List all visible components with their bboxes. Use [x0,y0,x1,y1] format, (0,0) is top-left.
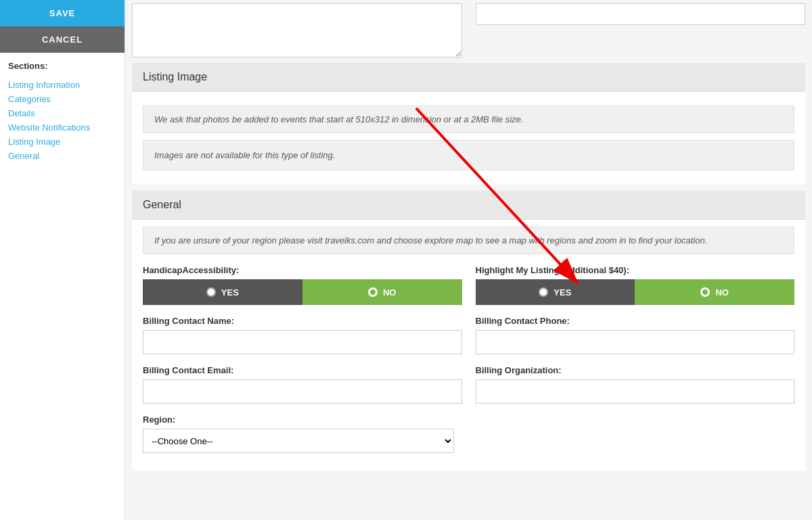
region-select[interactable]: --Choose One-- [143,429,454,453]
billing-name-input[interactable] [143,330,462,354]
billing-phone-col: Billing Contact Phone: [476,316,795,354]
general-section: General If you are unsure of your region… [132,191,805,471]
listing-image-title: Listing Image [132,63,805,92]
highlight-toggle[interactable]: YES NO [476,279,795,305]
listing-image-info: We ask that photos be added to events th… [143,105,794,133]
description-textarea[interactable] [132,3,462,57]
sidebar-navigation: Listing Information Categories Details W… [0,75,125,166]
save-button[interactable]: SAVE [0,0,125,26]
sections-wrapper: Listing Image We ask that photos be adde… [125,63,812,484]
main-content: Listing Image We ask that photos be adde… [125,0,812,498]
highlight-no[interactable]: NO [635,279,794,305]
highlight-no-radio [700,287,710,297]
sidebar-item-listing-information[interactable]: Listing Information [8,78,116,92]
highlight-yes-radio [539,287,548,297]
listing-image-content: We ask that photos be added to events th… [132,92,805,184]
handicap-col: HandicapAccessibility: YES NO [143,265,462,305]
sections-label: Sections: [0,53,125,75]
top-inputs-row [125,0,812,63]
highlight-no-label: NO [715,287,729,298]
billing-phone-label: Billing Contact Phone: [476,316,795,326]
cancel-button[interactable]: CANCEL [0,26,125,53]
highlight-yes-label: YES [554,287,571,298]
billing-name-col: Billing Contact Name: [143,316,462,354]
toggle-row: HandicapAccessibility: YES NO [143,265,794,305]
billing-email-input[interactable] [143,379,462,404]
billing-name-label: Billing Contact Name: [143,316,462,326]
sidebar: SAVE CANCEL Sections: Listing Informatio… [0,0,125,520]
handicap-no[interactable]: NO [302,279,462,305]
highlight-label: Highlight My Listing (additional $40): [476,265,795,275]
handicap-no-label: NO [383,287,397,298]
sidebar-item-listing-image[interactable]: Listing Image [8,135,116,149]
handicap-yes[interactable]: YES [143,279,302,305]
sidebar-item-categories[interactable]: Categories [8,92,116,106]
general-title: General [132,191,805,220]
highlight-col: Highlight My Listing (additional $40): Y… [476,265,795,305]
general-info-text: If you are unsure of your region please … [143,227,794,254]
region-label: Region: [143,415,794,425]
billing-email-col: Billing Contact Email: [143,365,462,404]
billing-email-org-row: Billing Contact Email: Billing Organizat… [143,365,794,404]
handicap-yes-label: YES [221,287,239,298]
top-textarea-wrap [125,0,469,63]
sidebar-item-details[interactable]: Details [8,106,116,120]
general-content: If you are unsure of your region please … [132,220,805,471]
handicap-toggle[interactable]: YES NO [143,279,462,305]
main-content-wrapper: Listing Image We ask that photos be adde… [125,0,812,520]
handicap-yes-radio [206,287,216,297]
top-text-input[interactable] [476,3,806,25]
highlight-yes[interactable]: YES [476,279,635,305]
sidebar-item-general[interactable]: General [8,149,116,163]
handicap-no-radio [368,287,378,297]
top-input-wrap [469,0,813,63]
billing-name-phone-row: Billing Contact Name: Billing Contact Ph… [143,316,794,354]
billing-email-label: Billing Contact Email: [143,365,462,375]
billing-org-input[interactable] [476,379,795,404]
sidebar-item-website-notifications[interactable]: Website Notifications [8,120,116,135]
listing-image-section: Listing Image We ask that photos be adde… [132,63,805,184]
billing-org-label: Billing Organization: [476,365,795,375]
billing-org-col: Billing Organization: [476,365,795,404]
handicap-label: HandicapAccessibility: [143,265,462,275]
region-wrap: Region: --Choose One-- [143,415,794,453]
listing-image-unavailable: Images are not available for this type o… [143,140,794,170]
billing-phone-input[interactable] [476,330,795,354]
